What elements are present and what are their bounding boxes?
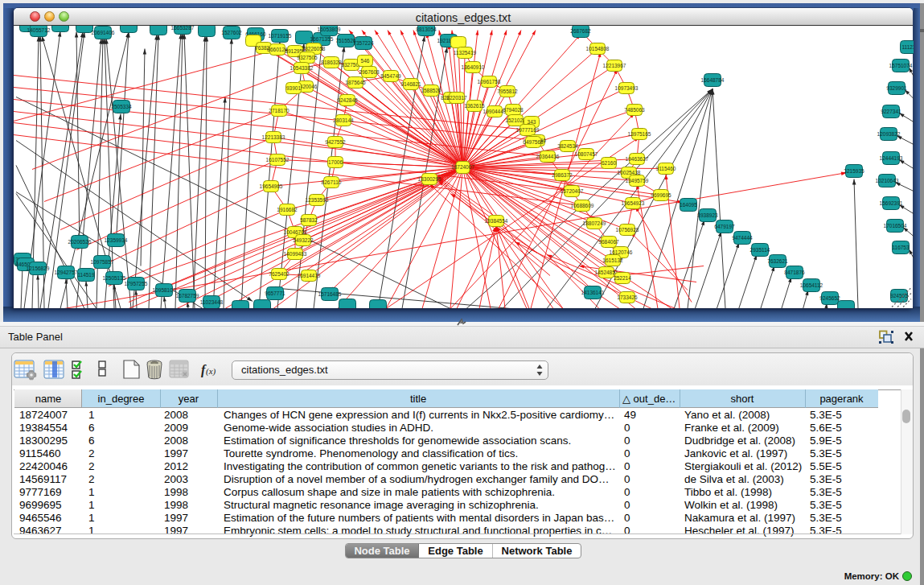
svg-text:343: 343 bbox=[528, 118, 536, 124]
svg-text:9684067: 9684067 bbox=[598, 238, 619, 244]
svg-text:9699695: 9699695 bbox=[651, 192, 671, 197]
svg-text:10543382: 10543382 bbox=[290, 64, 314, 70]
svg-text:2718170: 2718170 bbox=[269, 107, 290, 113]
svg-text:7625402: 7625402 bbox=[269, 270, 290, 276]
svg-text:8471876: 8471876 bbox=[784, 269, 805, 274]
svg-text:19654965: 19654965 bbox=[260, 183, 283, 188]
svg-text:10975857: 10975857 bbox=[91, 258, 114, 264]
svg-text:6479197: 6479197 bbox=[714, 223, 735, 229]
svg-text:11123: 11123 bbox=[901, 43, 914, 49]
svg-text:12359934: 12359934 bbox=[105, 237, 128, 242]
svg-text:10688609: 10688609 bbox=[571, 202, 594, 208]
svg-text:2986372: 2986372 bbox=[552, 171, 573, 177]
svg-text:10719155: 10719155 bbox=[269, 32, 292, 38]
svg-text:17957255: 17957255 bbox=[125, 280, 148, 286]
svg-text:1615132: 1615132 bbox=[602, 257, 623, 262]
svg-text:12505135: 12505135 bbox=[103, 274, 126, 280]
svg-text:12213967: 12213967 bbox=[603, 62, 626, 68]
svg-text:10961758: 10961758 bbox=[478, 78, 501, 84]
svg-text:8813054: 8813054 bbox=[416, 26, 437, 31]
svg-text:546: 546 bbox=[361, 57, 370, 63]
svg-text:19654923: 19654923 bbox=[622, 200, 645, 205]
svg-text:16782759: 16782759 bbox=[176, 292, 199, 298]
svg-text:17006: 17006 bbox=[328, 159, 343, 164]
svg-text:8454749: 8454749 bbox=[380, 72, 401, 78]
svg-text:15751074: 15751074 bbox=[889, 62, 913, 68]
svg-text:9427552: 9427552 bbox=[325, 138, 346, 144]
svg-text:9657771: 9657771 bbox=[265, 290, 285, 295]
svg-text:14136141: 14136141 bbox=[581, 289, 605, 295]
svg-text:14524851: 14524851 bbox=[595, 269, 618, 274]
svg-text:9115460: 9115460 bbox=[656, 165, 676, 171]
svg-text:9474444: 9474444 bbox=[732, 234, 753, 240]
svg-text:12093822: 12093822 bbox=[877, 130, 901, 136]
svg-text:164095: 164095 bbox=[680, 201, 697, 207]
svg-text:13640910: 13640910 bbox=[462, 64, 485, 69]
svg-text:16653287: 16653287 bbox=[171, 26, 195, 31]
svg-text:9327505: 9327505 bbox=[297, 54, 318, 60]
svg-text:10210643: 10210643 bbox=[876, 177, 899, 183]
svg-text:16107552: 16107552 bbox=[266, 156, 290, 162]
svg-text:12213383: 12213383 bbox=[262, 134, 285, 139]
svg-text:19777169: 19777169 bbox=[516, 126, 540, 132]
svg-text:16053809: 16053809 bbox=[318, 26, 341, 31]
svg-text:1527602: 1527602 bbox=[221, 29, 242, 35]
svg-text:16120746: 16120746 bbox=[610, 249, 633, 254]
svg-text:12942757: 12942757 bbox=[55, 269, 78, 274]
svg-text:15720407: 15720407 bbox=[561, 187, 584, 193]
svg-text:10046708: 10046708 bbox=[284, 229, 307, 234]
svg-text:1521022: 1521022 bbox=[505, 117, 526, 122]
svg-text:1916682: 1916682 bbox=[277, 206, 298, 212]
svg-text:2687682: 2687682 bbox=[570, 27, 591, 33]
svg-text:18724007: 18724007 bbox=[451, 164, 474, 170]
svg-text:2967608: 2967608 bbox=[359, 68, 380, 74]
svg-text:15692391: 15692391 bbox=[880, 200, 903, 205]
svg-text:14099483: 14099483 bbox=[284, 250, 307, 256]
svg-text:12353593: 12353593 bbox=[306, 196, 329, 202]
svg-text:9242848: 9242848 bbox=[337, 97, 358, 102]
svg-text:23226058: 23226058 bbox=[302, 45, 326, 51]
svg-text:19463627: 19463627 bbox=[626, 155, 649, 161]
svg-text:15716485: 15716485 bbox=[318, 290, 342, 296]
svg-text:10973493: 10973493 bbox=[615, 84, 639, 90]
svg-text:10958107: 10958107 bbox=[153, 286, 176, 292]
svg-text:114519: 114519 bbox=[77, 271, 95, 277]
svg-text:11023448: 11023448 bbox=[200, 299, 224, 304]
svg-text:13495759: 13495759 bbox=[626, 177, 649, 183]
svg-text:7632621: 7632621 bbox=[767, 257, 788, 263]
svg-text:10154808: 10154808 bbox=[586, 45, 610, 51]
svg-text:12444193: 12444193 bbox=[880, 154, 903, 160]
svg-text:7485063: 7485063 bbox=[624, 106, 645, 112]
svg-text:1733426: 1733426 bbox=[617, 294, 638, 299]
svg-text:2803144: 2803144 bbox=[333, 117, 354, 122]
svg-text:1588520: 1588520 bbox=[421, 87, 441, 93]
svg-text:8938923: 8938923 bbox=[697, 212, 718, 217]
svg-text:13975165: 13975165 bbox=[628, 130, 651, 136]
svg-text:1362615: 1362615 bbox=[464, 102, 485, 108]
svg-text:5493222: 5493222 bbox=[293, 237, 314, 242]
svg-text:20691406: 20691406 bbox=[92, 29, 115, 35]
svg-text:6794028: 6794028 bbox=[503, 106, 524, 112]
svg-text:20364436: 20364436 bbox=[536, 153, 560, 159]
svg-text:18300295: 18300295 bbox=[418, 175, 441, 181]
svg-text:19384554: 19384554 bbox=[485, 217, 508, 223]
svg-text:8220317: 8220317 bbox=[446, 94, 467, 100]
svg-text:10807457: 10807457 bbox=[575, 150, 598, 156]
svg-text:6497568: 6497568 bbox=[523, 138, 544, 144]
svg-text:11325419: 11325419 bbox=[454, 49, 477, 55]
svg-text:9245652: 9245652 bbox=[819, 295, 840, 300]
svg-text:16671355: 16671355 bbox=[310, 35, 334, 41]
svg-text:16648784: 16648784 bbox=[701, 76, 725, 82]
svg-text:12156829: 12156829 bbox=[27, 265, 50, 270]
svg-text:1875645: 1875645 bbox=[345, 79, 366, 84]
svg-text:116753: 116753 bbox=[892, 244, 910, 249]
svg-text:3215935: 3215935 bbox=[844, 167, 864, 173]
svg-text:10654112: 10654112 bbox=[800, 282, 823, 287]
svg-text:3824534: 3824534 bbox=[557, 142, 578, 148]
svg-text:(x): (x) bbox=[206, 366, 216, 377]
svg-text:20206526: 20206526 bbox=[68, 238, 92, 244]
svg-text:7357224: 7357224 bbox=[353, 39, 374, 45]
svg-text:2505334: 2505334 bbox=[111, 103, 132, 109]
svg-text:16914479: 16914479 bbox=[298, 272, 321, 278]
svg-text:93901: 93901 bbox=[286, 84, 301, 90]
